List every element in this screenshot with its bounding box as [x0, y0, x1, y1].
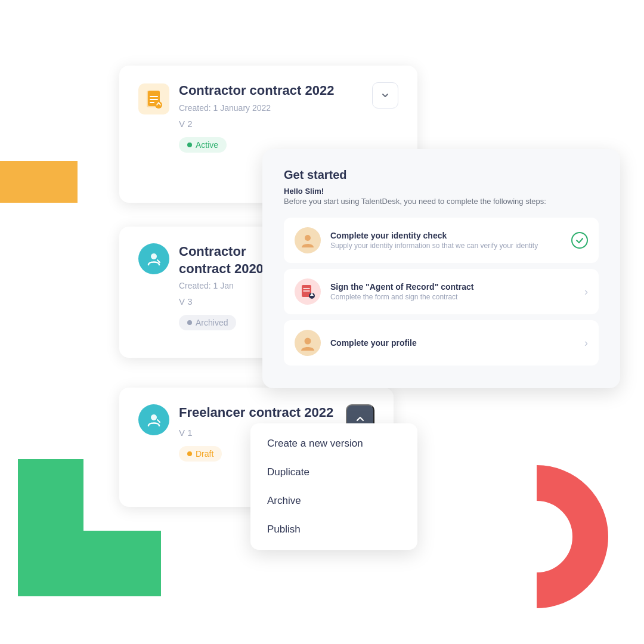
panel-description: Before you start using TalentDesk, you n…	[284, 197, 599, 206]
card-1-status-label: Active	[196, 140, 218, 150]
svg-point-9	[305, 235, 311, 241]
card-2-status-badge: Archived	[179, 315, 236, 330]
orange-decoration	[0, 161, 78, 203]
card-1-version: V 2	[179, 119, 363, 129]
teal-icon-3	[138, 404, 169, 435]
card-1-created: Created: 1 January 2022	[179, 103, 363, 113]
contract-icon	[295, 278, 321, 305]
svg-point-8	[151, 414, 157, 420]
green-l-decoration	[18, 459, 83, 596]
card-2-status-label: Archived	[196, 318, 228, 327]
svg-point-14	[311, 293, 313, 296]
dropdown-archive[interactable]: Archive	[250, 487, 417, 515]
svg-point-6	[151, 253, 157, 259]
card-1-status-badge: Active	[179, 137, 227, 153]
draft-dot	[187, 451, 192, 456]
card-3-title: Freelancer contract 2022	[179, 404, 336, 422]
svg-point-15	[305, 338, 311, 345]
identity-text-block: Complete your identity check Supply your…	[330, 231, 562, 250]
card-1-title: Contractor contract 2022	[179, 82, 363, 100]
card-3-status-label: Draft	[196, 449, 213, 459]
panel-item-contract[interactable]: Sign the "Agent of Record" contract Comp…	[284, 269, 599, 314]
contract-title: Sign the "Agent of Record" contract	[330, 282, 575, 292]
contract-text-block: Sign the "Agent of Record" contract Comp…	[330, 282, 575, 301]
card-1-title-block: Contractor contract 2022 Created: 1 Janu…	[179, 82, 363, 153]
dropdown-duplicate[interactable]: Duplicate	[250, 458, 417, 487]
panel-item-identity[interactable]: Complete your identity check Supply your…	[284, 218, 599, 263]
active-dot	[187, 143, 192, 147]
panel-greeting: Hello Slim!	[284, 187, 599, 196]
profile-icon	[295, 330, 321, 356]
get-started-panel: Get started Hello Slim! Before you start…	[262, 149, 620, 388]
contract-arrow-icon: ›	[584, 286, 588, 298]
panel-title: Get started	[284, 168, 599, 182]
dropdown-create-new-version[interactable]: Create a new version	[250, 429, 417, 458]
panel-item-profile[interactable]: Complete your profile ›	[284, 320, 599, 366]
identity-icon	[295, 227, 321, 253]
document-icon	[138, 83, 169, 114]
teal-icon-2	[138, 243, 169, 274]
card-1-chevron-button[interactable]	[372, 82, 398, 109]
dropdown-publish[interactable]: Publish	[250, 515, 417, 544]
profile-text-block: Complete your profile	[330, 338, 575, 348]
profile-title: Complete your profile	[330, 338, 575, 348]
red-arc-decoration	[465, 465, 608, 608]
identity-desc: Supply your identity information so that…	[330, 242, 562, 250]
dropdown-menu: Create a new version Duplicate Archive P…	[250, 423, 417, 550]
profile-arrow-icon: ›	[584, 337, 588, 349]
archived-dot	[187, 320, 192, 325]
contract-desc: Complete the form and sign the contract	[330, 293, 575, 301]
identity-title: Complete your identity check	[330, 231, 562, 240]
card-3-status-badge: Draft	[179, 446, 222, 462]
identity-check-icon	[571, 232, 588, 249]
